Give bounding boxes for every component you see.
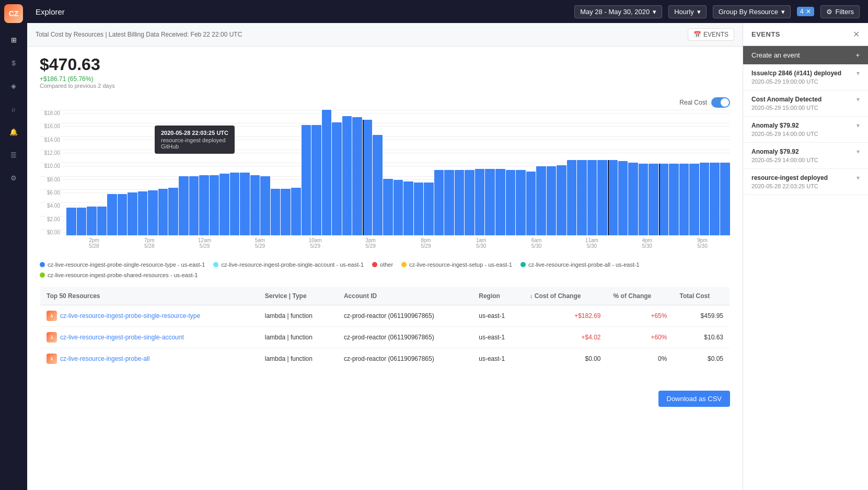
chart-bar[interactable] (383, 179, 393, 235)
app-logo[interactable]: CZ (4, 4, 23, 23)
chart-bar[interactable] (465, 170, 474, 235)
sidebar-item-alerts[interactable]: ◈ (3, 75, 24, 96)
chart-bar[interactable] (608, 160, 618, 235)
chart-bar[interactable] (87, 207, 97, 235)
chart-bar[interactable] (97, 207, 107, 235)
chart-bar[interactable] (77, 208, 87, 235)
chart-bar[interactable] (250, 175, 260, 235)
chart-bar[interactable] (363, 120, 373, 235)
chart-bar[interactable] (118, 194, 128, 235)
download-csv-button[interactable]: Download as CSV (658, 391, 731, 407)
chart-bar[interactable] (669, 164, 679, 235)
chart-bar[interactable] (495, 169, 505, 235)
chart-bar[interactable] (689, 164, 699, 235)
chart-bar[interactable] (260, 176, 270, 235)
chart-bar[interactable] (158, 189, 168, 235)
event-list-item[interactable]: Anomaly $79.92 ▾ 2020-05-29 14:00:00 UTC (743, 117, 868, 143)
chart-bar[interactable] (394, 180, 403, 235)
chart-bar[interactable] (720, 163, 730, 235)
resource-link[interactable]: cz-live-resource-ingest-probe-single-acc… (60, 334, 184, 341)
chart-bar[interactable] (271, 189, 281, 235)
col-header-pct-change: % of Change (607, 287, 674, 305)
event-list-item[interactable]: Cost Anomaly Detected ▾ 2020-05-29 15:00… (743, 90, 868, 117)
chart-bar[interactable] (311, 125, 321, 235)
event-list-item[interactable]: resource-ingest deployed ▾ 2020-05-28 22… (743, 169, 868, 195)
create-event-button[interactable]: Create an event + (743, 46, 868, 64)
chart-bar[interactable] (403, 181, 413, 235)
chart-bar[interactable] (434, 170, 444, 235)
chart-bar[interactable] (373, 135, 383, 235)
sidebar-item-search[interactable]: ⌕ (3, 98, 24, 119)
chart-bar[interactable] (302, 125, 311, 235)
chart-bar[interactable] (536, 166, 546, 235)
sidebar-item-cost[interactable]: $ (3, 52, 24, 73)
chart-bar[interactable] (618, 161, 628, 235)
chart-bar[interactable] (332, 122, 342, 235)
chart-bar[interactable] (577, 160, 587, 235)
events-panel-header: EVENTS ✕ (743, 23, 868, 46)
chart-bar[interactable] (199, 175, 209, 235)
chart-bar[interactable] (138, 191, 148, 235)
chart-bar[interactable] (240, 173, 250, 235)
chart-bar[interactable] (475, 169, 485, 235)
chart-bar[interactable] (219, 174, 229, 235)
chart-bar[interactable] (557, 165, 566, 235)
chart-bar[interactable] (628, 163, 638, 235)
real-cost-toggle-switch[interactable] (711, 97, 730, 108)
sidebar-item-reports[interactable]: ☰ (3, 144, 24, 165)
x-axis-label: 8pm5/29 (398, 237, 454, 249)
date-range-picker[interactable]: May 28 - May 30, 2020 ▾ (574, 5, 662, 18)
chart-bar[interactable] (597, 160, 607, 235)
chart-bar[interactable] (649, 164, 658, 235)
chart-bar[interactable] (639, 164, 649, 235)
chart-bar[interactable] (281, 189, 291, 235)
active-filters-badge[interactable]: 4 ✕ (797, 7, 814, 16)
chart-bar[interactable] (516, 170, 526, 235)
event-list-item[interactable]: Anomaly $79.92 ▾ 2020-05-29 14:00:00 UTC (743, 143, 868, 169)
chart-bar[interactable] (547, 166, 557, 235)
chart-bar[interactable] (710, 163, 720, 235)
chart-bar[interactable] (107, 194, 117, 235)
chart-bar[interactable] (414, 183, 424, 235)
chart-bar[interactable] (230, 173, 240, 235)
table-row: λ cz-live-resource-ingest-probe-single-a… (40, 327, 730, 348)
chart-bar[interactable] (485, 169, 495, 235)
chart-bar[interactable] (66, 208, 76, 235)
x-axis-label: 12am5/29 (177, 237, 233, 249)
group-by-picker[interactable]: Group By Resource ▾ (713, 5, 791, 18)
chart-bar[interactable] (444, 170, 454, 235)
cost-comparison: Compared to previous 2 days (40, 83, 730, 89)
chart-bar[interactable] (526, 172, 536, 235)
events-toggle-button[interactable]: 📅 EVENTS (688, 28, 734, 41)
close-events-icon[interactable]: ✕ (853, 29, 860, 39)
chart-bar[interactable] (679, 164, 689, 235)
chart-bar[interactable] (210, 175, 219, 235)
sidebar-item-settings[interactable]: ⚙ (3, 167, 24, 188)
event-list-item[interactable]: Issue/cp 2846 (#141) deployed ▾ 2020-05-… (743, 64, 868, 90)
chart-bar[interactable] (700, 163, 710, 235)
chart-bar[interactable] (424, 183, 434, 235)
filters-button[interactable]: ⚙ Filters (820, 5, 860, 18)
chart-bar[interactable] (291, 188, 301, 235)
resource-link[interactable]: cz-live-resource-ingest-probe-single-res… (60, 312, 200, 320)
chart-bar[interactable] (168, 188, 178, 235)
chart-bar[interactable] (342, 116, 352, 235)
chart-bar[interactable] (179, 176, 189, 235)
chart-bar[interactable] (567, 160, 577, 235)
chart-bar[interactable] (128, 192, 137, 235)
chart-bar[interactable] (322, 110, 332, 235)
granularity-picker[interactable]: Hourly ▾ (668, 5, 707, 18)
chart-bar[interactable] (352, 117, 362, 235)
chart-bar[interactable] (189, 176, 199, 235)
chart-bar[interactable] (455, 170, 465, 235)
resource-icon: λ (47, 354, 57, 364)
chart-bar[interactable] (659, 164, 669, 235)
event-item-date: 2020-05-29 15:00:00 UTC (751, 105, 860, 111)
resource-link[interactable]: cz-live-resource-ingest-probe-all (60, 355, 149, 362)
chart-bar[interactable] (587, 160, 597, 235)
chart-bar[interactable] (506, 170, 516, 235)
chart-bar[interactable] (148, 190, 158, 235)
sidebar-item-notifications[interactable]: 🔔 (3, 121, 24, 142)
table-body: λ cz-live-resource-ingest-probe-single-r… (40, 305, 730, 370)
sidebar-item-dashboard[interactable]: ⊞ (3, 29, 24, 50)
